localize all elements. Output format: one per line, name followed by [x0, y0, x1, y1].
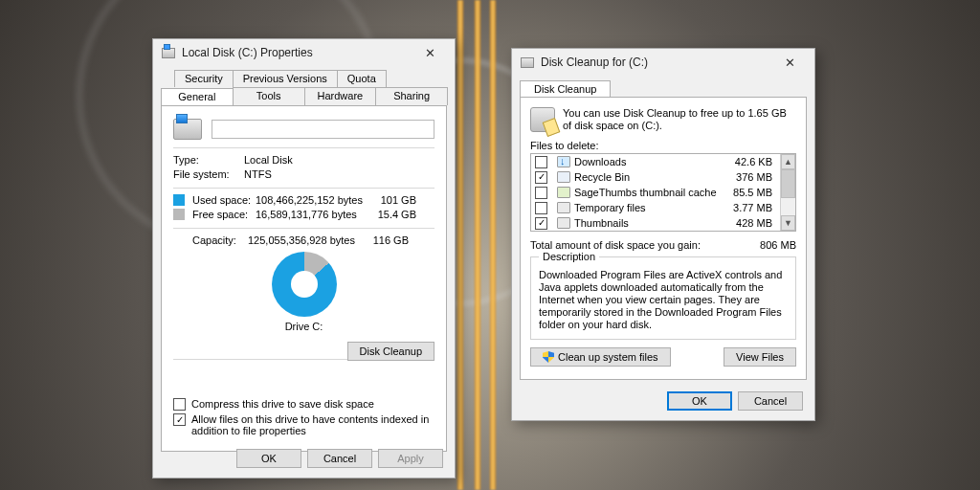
list-item: Recycle Bin376 MB — [531, 169, 780, 185]
capacity-bytes: 125,055,356,928 bytes — [248, 234, 363, 246]
close-button[interactable]: ✕ — [411, 43, 449, 62]
drive-name-input[interactable] — [212, 120, 434, 139]
list-item: Temporary files3.77 MB — [531, 200, 780, 215]
type-label: Type: — [173, 154, 244, 166]
description-group: Description Downloaded Program Files are… — [530, 256, 796, 340]
disk-cleanup-dialog: Disk Cleanup for (C:) ✕ Disk Cleanup You… — [511, 48, 815, 421]
item-name: Temporary files — [574, 202, 646, 213]
files-listbox: Downloads42.6 KB Recycle Bin376 MB SageT… — [530, 153, 796, 232]
usage-pie-icon — [272, 252, 337, 317]
tab-hardware[interactable]: Hardware — [304, 87, 377, 105]
dialog-buttons: OK Cancel — [667, 391, 803, 411]
files-list[interactable]: Downloads42.6 KB Recycle Bin376 MB SageT… — [531, 154, 780, 231]
ok-button[interactable]: OK — [667, 391, 732, 411]
item-size: 85.5 MB — [733, 187, 776, 198]
dialog-buttons: OK Cancel Apply — [236, 449, 443, 468]
free-swatch-icon — [173, 209, 185, 220]
item-checkbox[interactable] — [535, 171, 547, 184]
item-checkbox[interactable] — [535, 156, 547, 168]
item-size: 3.77 MB — [733, 202, 776, 213]
titlebar[interactable]: Local Disk (C:) Properties ✕ — [153, 39, 455, 66]
scrollbar[interactable]: ▲ ▼ — [780, 154, 795, 231]
index-checkbox[interactable] — [173, 413, 186, 426]
type-value: Local Disk — [244, 154, 293, 166]
background-decoration — [490, 0, 496, 490]
scroll-up-button[interactable]: ▲ — [781, 154, 795, 169]
apply-button: Apply — [378, 449, 443, 468]
general-pane: Type: Local Disk File system: NTFS Used … — [161, 105, 447, 452]
cancel-button[interactable]: Cancel — [738, 391, 803, 411]
item-checkbox[interactable] — [535, 202, 547, 214]
item-checkbox[interactable] — [535, 217, 547, 230]
compress-label: Compress this drive to save disk space — [191, 398, 374, 410]
disk-cleanup-button[interactable]: Disk Cleanup — [347, 342, 434, 361]
used-gb: 101 GB — [370, 194, 416, 206]
clean-system-files-label: Clean up system files — [558, 351, 658, 363]
files-to-delete-label: Files to delete: — [530, 140, 796, 151]
free-bytes: 16,589,131,776 bytes — [256, 209, 370, 220]
titlebar[interactable]: Disk Cleanup for (C:) ✕ — [512, 49, 814, 76]
cleanup-pane: You can use Disk Cleanup to free up to 1… — [520, 97, 807, 380]
item-name: Recycle Bin — [574, 171, 630, 183]
scroll-thumb[interactable] — [781, 169, 795, 198]
tab-previous-versions[interactable]: Previous Versions — [233, 70, 338, 87]
shield-icon — [543, 351, 554, 363]
folder-icon — [557, 202, 570, 213]
item-size: 376 MB — [736, 171, 776, 183]
close-button[interactable]: ✕ — [770, 53, 809, 72]
filesystem-label: File system: — [173, 168, 244, 180]
list-item: Downloads42.6 KB — [531, 154, 780, 169]
used-label: Used space: — [192, 194, 256, 206]
ok-button[interactable]: OK — [236, 449, 301, 468]
window-title: Disk Cleanup for (C:) — [541, 56, 770, 69]
tab-tools[interactable]: Tools — [233, 87, 305, 105]
disk-cleanup-icon — [520, 55, 535, 70]
tab-security[interactable]: Security — [174, 70, 234, 87]
divider — [173, 188, 434, 189]
used-bytes: 108,466,225,152 bytes — [256, 194, 370, 206]
compress-checkbox[interactable] — [173, 398, 186, 411]
divider — [173, 147, 434, 148]
free-label: Free space: — [192, 209, 256, 220]
folder-icon — [557, 217, 570, 229]
divider — [173, 228, 434, 229]
recycle-bin-icon — [557, 171, 570, 183]
tab-sharing[interactable]: Sharing — [375, 87, 448, 105]
item-size: 42.6 KB — [735, 156, 776, 167]
drive-icon — [161, 45, 176, 60]
description-legend: Description — [539, 251, 599, 262]
view-files-button[interactable]: View Files — [724, 347, 796, 367]
tab-strip: Security Previous Versions Quota General… — [161, 70, 447, 105]
index-label: Allow files on this drive to have conten… — [191, 413, 434, 436]
window-title: Local Disk (C:) Properties — [182, 46, 411, 59]
item-name: Thumbnails — [574, 217, 629, 229]
capacity-label: Capacity: — [173, 234, 248, 246]
clean-system-files-button[interactable]: Clean up system files — [530, 347, 671, 367]
cleanup-glyph-icon — [530, 107, 555, 132]
background-decoration — [457, 0, 463, 490]
gain-value: 806 MB — [760, 239, 796, 251]
tab-disk-cleanup[interactable]: Disk Cleanup — [520, 80, 611, 98]
description-text: Downloaded Program Files are ActiveX con… — [539, 269, 788, 331]
capacity-gb: 116 GB — [363, 234, 409, 246]
used-swatch-icon — [173, 194, 185, 206]
item-checkbox[interactable] — [535, 187, 547, 199]
free-gb: 15.4 GB — [370, 209, 416, 220]
list-item: Thumbnails428 MB — [531, 215, 780, 231]
list-item: SageThumbs thumbnail cache85.5 MB — [531, 185, 780, 200]
cancel-button[interactable]: Cancel — [307, 449, 372, 468]
properties-dialog: Local Disk (C:) Properties ✕ Security Pr… — [152, 38, 456, 479]
background-decoration — [475, 0, 480, 490]
drive-glyph-icon — [173, 119, 202, 140]
item-size: 428 MB — [736, 217, 776, 229]
scroll-down-button[interactable]: ▼ — [781, 215, 795, 231]
item-name: Downloads — [574, 156, 626, 167]
thumbnail-cache-icon — [557, 187, 570, 198]
tab-general[interactable]: General — [161, 88, 234, 106]
intro-text: You can use Disk Cleanup to free up to 1… — [563, 107, 796, 132]
drive-label: Drive C: — [173, 321, 434, 332]
item-name: SageThumbs thumbnail cache — [574, 187, 717, 198]
filesystem-value: NTFS — [244, 168, 272, 180]
download-icon — [557, 156, 570, 167]
tab-quota[interactable]: Quota — [337, 70, 387, 87]
